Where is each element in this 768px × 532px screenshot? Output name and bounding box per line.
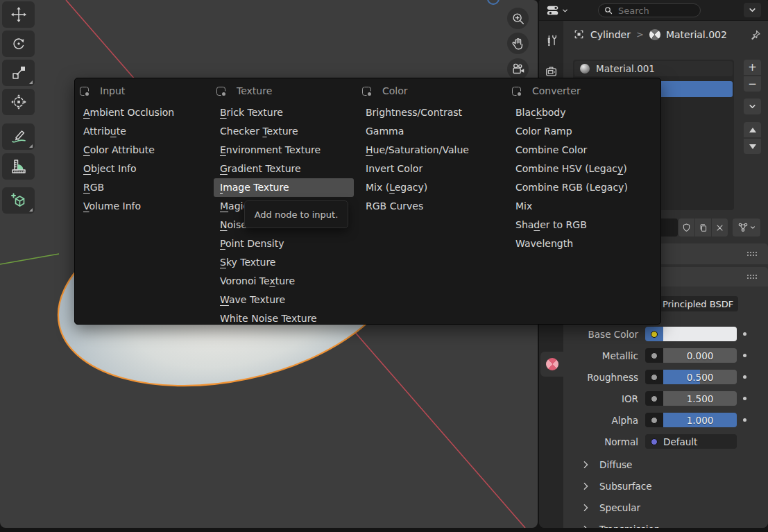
menu-item[interactable]: Wave Texture (214, 291, 354, 309)
menu-item[interactable]: Combine HSV (Legacy) (509, 160, 658, 178)
menu-item[interactable]: RGB Curves (359, 197, 504, 216)
move-slot-down-button[interactable] (744, 139, 761, 154)
property-value-field[interactable]: 1.000 (663, 413, 737, 427)
decorator-dot[interactable] (743, 397, 746, 400)
search-field[interactable] (598, 3, 701, 17)
property-value-field[interactable]: Default (645, 434, 737, 449)
viewport-pan-button[interactable] (507, 33, 529, 54)
menu-item[interactable]: Brick Texture (214, 103, 354, 122)
menu-column: Converter BlackbodyColor RampCombine Col… (507, 83, 661, 324)
property-label: Normal (563, 436, 638, 447)
chevron-down-icon (749, 103, 756, 110)
remove-slot-button[interactable]: − (744, 76, 761, 92)
triangle-up-icon (749, 128, 756, 132)
socket-dot (651, 352, 658, 359)
surface-node-selector[interactable]: Principled BSDF (658, 296, 738, 311)
menu-item[interactable]: Mix (509, 197, 658, 216)
socket-button[interactable] (645, 413, 663, 427)
menu-item[interactable]: Image Texture (214, 178, 354, 197)
tab-tool[interactable] (539, 29, 563, 53)
menu-item[interactable]: Combine RGB (Legacy) (509, 178, 658, 197)
chevron-down-icon (562, 8, 568, 14)
property-value-field[interactable]: 0.500 (663, 370, 737, 384)
property-value-field[interactable]: 1.500 (663, 391, 737, 406)
property-value: Default (663, 436, 697, 447)
material-sphere-icon (580, 64, 590, 74)
node-category-icon (362, 87, 371, 96)
menu-item[interactable]: Invert Color (359, 160, 504, 178)
material-property-row: IOR 1.500 (563, 391, 768, 406)
material-slot-row[interactable]: Material.001 (574, 61, 733, 76)
header-menu-button[interactable] (744, 3, 761, 17)
menu-item[interactable]: RGB (77, 178, 208, 197)
menu-item[interactable]: Environment Texture (214, 141, 354, 160)
property-value-field[interactable]: 0.000 (663, 348, 737, 363)
decorator-dot[interactable] (743, 418, 746, 422)
menu-item[interactable]: Hue/Saturation/Value (359, 141, 504, 160)
chevron-right-icon (583, 504, 589, 512)
menu-column-header: Converter (507, 83, 661, 99)
add-cube-tool-button[interactable] (2, 187, 35, 214)
material-property-rows: Base Color Metallic 0.000 Roughness 0.50… (563, 327, 768, 456)
menu-item[interactable]: White Noise Texture (214, 309, 354, 328)
menu-item[interactable]: Mix (Legacy) (359, 178, 504, 197)
slot-specials-button[interactable] (744, 98, 761, 114)
menu-item[interactable]: Gamma (359, 122, 504, 141)
menu-item[interactable]: Point Density (214, 234, 354, 253)
tab-material-active[interactable] (540, 352, 563, 377)
add-slot-button[interactable]: + (744, 60, 761, 75)
pin-icon[interactable] (749, 29, 761, 41)
menu-item[interactable]: Checker Texture (214, 122, 354, 141)
measure-tool-button[interactable] (2, 153, 35, 180)
socket-dot (651, 331, 658, 338)
chevron-right-icon (583, 482, 589, 490)
copy-material-button[interactable] (695, 218, 711, 237)
menu-item[interactable]: Combine Color (509, 141, 658, 160)
chevron-down-icon (750, 225, 756, 230)
scale-tool-button[interactable] (2, 60, 35, 86)
move-slot-up-button[interactable] (744, 122, 761, 137)
rotate-tool-button[interactable] (2, 31, 35, 57)
editor-type-button[interactable] (545, 3, 568, 17)
collapsed-section-row[interactable]: Diffuse (563, 457, 768, 472)
annotate-tool-button[interactable] (2, 123, 35, 150)
node-tree-dropdown[interactable] (733, 218, 760, 237)
viewport-camera-button[interactable] (507, 58, 529, 80)
menu-item[interactable]: Color Ramp (509, 122, 658, 141)
node-category-icon (80, 87, 89, 96)
material-property-row: Metallic 0.000 (563, 348, 768, 363)
menu-item[interactable]: Color Attribute (77, 141, 208, 160)
menu-item[interactable]: Voronoi Texture (214, 272, 354, 291)
socket-button[interactable] (645, 348, 663, 363)
collapsed-section-row[interactable]: Subsurface (563, 479, 768, 493)
menu-item[interactable]: Volume Info (77, 197, 208, 216)
menu-item[interactable]: Wavelength (509, 234, 658, 253)
menu-item[interactable]: Attribute (77, 122, 208, 141)
fake-user-shield-button[interactable] (679, 218, 694, 237)
socket-button[interactable] (645, 327, 663, 341)
collapsed-section-row[interactable]: Specular (563, 500, 768, 515)
transform-tool-button[interactable] (2, 89, 35, 115)
panel-drag-dots[interactable] (746, 274, 758, 279)
menu-item[interactable]: Ambient Occlusion (77, 103, 208, 122)
menu-item[interactable]: Object Info (77, 160, 208, 178)
decorator-dot[interactable] (743, 375, 746, 379)
socket-button[interactable] (645, 370, 663, 384)
collapsed-section-row[interactable]: Transmission (563, 522, 768, 528)
breadcrumb-object[interactable]: Cylinder (590, 29, 631, 40)
unlink-material-button[interactable] (712, 218, 728, 237)
decorator-dot[interactable] (743, 332, 746, 336)
socket-button[interactable] (645, 391, 663, 406)
menu-item[interactable]: Sky Texture (214, 253, 354, 272)
panel-drag-dots[interactable] (746, 251, 758, 256)
menu-item[interactable]: Brightness/Contrast (359, 103, 504, 122)
search-input[interactable] (617, 5, 686, 17)
menu-item[interactable]: Blackbody (509, 103, 658, 122)
property-value-field[interactable] (663, 327, 737, 341)
menu-item[interactable]: Gradient Texture (214, 160, 354, 178)
menu-item[interactable]: Shader to RGB (509, 216, 658, 234)
move-tool-button[interactable] (2, 1, 35, 28)
decorator-dot[interactable] (743, 354, 746, 357)
viewport-zoom-button[interactable] (507, 8, 529, 29)
breadcrumb-material[interactable]: Material.002 (666, 29, 727, 40)
